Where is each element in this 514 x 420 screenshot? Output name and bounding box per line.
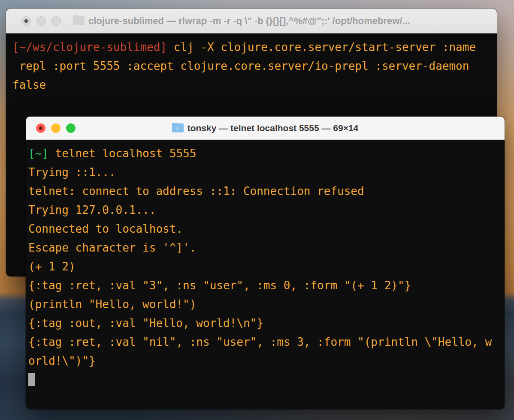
terminal-text-segment: {:tag :ret, :val "nil", :ns "user", :ms … [28, 336, 492, 348]
terminal-text-segment: {:tag :ret, :val "3", :ns "user", :ms 0,… [28, 279, 411, 292]
desktop: { "colors": { "orange": "#efa63a", "red"… [0, 0, 514, 420]
terminal-line: telnet: connect to address ::1: Connecti… [28, 182, 502, 201]
terminal-text-segment: Escape character is '^]'. [28, 241, 196, 254]
terminal-line: {:tag :ret, :val "nil", :ns "user", :ms … [28, 333, 502, 351]
terminal-text-segment: [~] [28, 147, 48, 160]
terminal-line: (+ 1 2) [28, 257, 502, 276]
terminal-line: Connected to localhost. [28, 219, 502, 238]
terminal-text-segment: clj -X clojure.core.server/start-server … [167, 41, 476, 54]
zoom-button[interactable] [66, 123, 76, 133]
minimize-button[interactable] [36, 16, 46, 26]
terminal-window-telnet[interactable]: ⌂ tonsky — telnet localhost 5555 — 69×14… [26, 117, 505, 409]
terminal-text-segment: orld!\")"} [28, 354, 96, 367]
folder-icon [73, 16, 85, 25]
terminal-text-segment: telnet localhost 5555 [48, 147, 196, 160]
terminal-line: [~] telnet localhost 5555 [28, 144, 502, 163]
terminal-line: Escape character is '^]'. [28, 238, 502, 257]
minimize-button[interactable] [51, 123, 60, 133]
terminal-text-segment: [~/ws/clojure-sublimed] [12, 41, 167, 54]
back-terminal-content[interactable]: [~/ws/clojure-sublimed] clj -X clojure.c… [6, 33, 497, 99]
close-button[interactable] [36, 123, 45, 133]
back-window-title: clojure-sublimed — rlwrap -m -r -q \" -b… [88, 15, 410, 27]
terminal-text-segment: Trying ::1... [28, 166, 116, 179]
terminal-text-segment: {:tag :out, :val "Hello, world!\n"} [28, 317, 263, 330]
terminal-line: repl :port 5555 :accept clojure.core.ser… [12, 57, 490, 75]
terminal-line: orld!\")"} [28, 351, 502, 370]
terminal-line: Trying ::1... [28, 163, 502, 182]
back-window-traffic-lights [21, 9, 61, 33]
terminal-line: Trying 127.0.0.1... [28, 201, 502, 219]
terminal-line [28, 370, 502, 389]
terminal-line: {:tag :ret, :val "3", :ns "user", :ms 0,… [28, 276, 502, 295]
front-terminal-content[interactable]: [~] telnet localhost 5555Trying ::1...te… [26, 140, 505, 393]
close-button[interactable] [21, 16, 31, 26]
terminal-text-segment: repl :port 5555 :accept clojure.core.ser… [12, 60, 469, 72]
front-window-traffic-lights [36, 117, 76, 139]
terminal-line: [~/ws/clojure-sublimed] clj -X clojure.c… [12, 38, 490, 57]
front-window-title: tonsky — telnet localhost 5555 — 69×14 [187, 123, 359, 133]
back-window-titlebar[interactable]: clojure-sublimed — rlwrap -m -r -q \" -b… [6, 9, 497, 33]
running-process-dot [24, 19, 28, 23]
front-window-titlebar[interactable]: ⌂ tonsky — telnet localhost 5555 — 69×14 [26, 117, 505, 140]
terminal-line: {:tag :out, :val "Hello, world!\n"} [28, 314, 502, 333]
running-process-dot [39, 126, 43, 130]
terminal-text-segment: false [12, 78, 46, 91]
home-folder-icon: ⌂ [172, 123, 184, 132]
terminal-line: (println "Hello, world!") [28, 295, 502, 314]
terminal-text-segment: (println "Hello, world!") [28, 298, 196, 311]
zoom-button[interactable] [51, 16, 61, 26]
terminal-text-segment: Connected to localhost. [28, 222, 183, 235]
terminal-text-segment: Trying 127.0.0.1... [28, 204, 156, 216]
terminal-text-segment: (+ 1 2) [28, 260, 76, 273]
terminal-text-segment: telnet: connect to address ::1: Connecti… [28, 185, 364, 198]
home-icon: ⌂ [172, 124, 184, 133]
terminal-line: false [12, 75, 490, 94]
terminal-cursor [28, 373, 35, 386]
